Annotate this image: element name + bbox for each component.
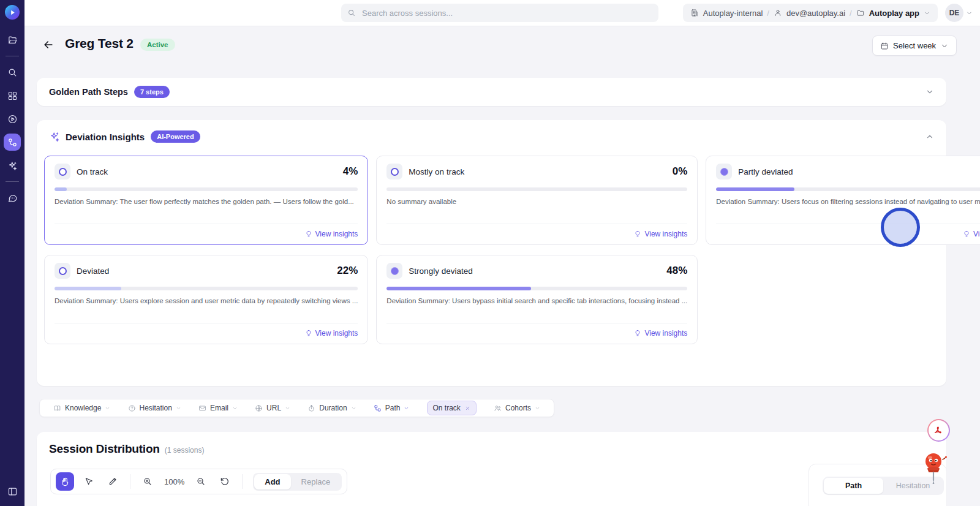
view-insights-button[interactable]: View insights [634,230,687,238]
rotate-ccw-icon [220,477,230,486]
deviation-card-deviated[interactable]: Deviated 22% Deviation Summary: Users ex… [44,255,368,344]
folder-icon [856,9,865,17]
select-week-label: Select week [893,41,936,50]
chevron-down-icon[interactable] [924,10,930,17]
search-input[interactable] [361,8,652,18]
card-percent: 0% [673,165,688,178]
users-icon [494,404,502,412]
active-filter-chip-on-track[interactable]: On track [427,401,477,415]
flows-nav-icon[interactable] [4,134,21,151]
card-summary: No summary available [386,198,687,205]
status-badge: Active [140,39,175,51]
category-dot-icon [55,263,70,279]
collapse-panel-icon[interactable] [4,483,21,500]
card-label: Mostly on track [409,167,464,176]
select-tool-button[interactable] [80,472,98,491]
deviation-card-on-track[interactable]: On track 4% Deviation Summary: The user … [44,156,368,245]
card-percent: 48% [666,265,687,277]
chevron-down-icon [351,406,356,411]
cursor-icon [84,477,94,486]
card-summary: Deviation Summary: Users explore session… [55,297,358,304]
card-label: Deviated [77,266,109,276]
filter-cohorts[interactable]: Cohorts [494,404,540,412]
filter-email[interactable]: Email [198,404,238,412]
deviation-card-partly-deviated[interactable]: Partly deviated 26% Deviation Summary: U… [706,156,980,245]
pan-tool-button[interactable] [56,472,74,491]
filter-path[interactable]: Path [374,404,410,412]
filter-knowledge[interactable]: Knowledge [53,404,110,412]
view-insights-button[interactable]: View insights [963,230,980,238]
breadcrumb-user[interactable]: dev@autoplay.ai [786,9,845,18]
card-summary: Deviation Summary: Users focus on filter… [716,198,980,205]
reset-view-button[interactable] [216,472,234,491]
card-label: Partly deviated [738,167,793,176]
category-dot-icon [386,263,402,279]
view-insights-button[interactable]: View insights [305,230,358,238]
zoom-in-button[interactable] [138,472,157,491]
pdf-export-button[interactable] [927,419,950,442]
sidebar [0,0,24,506]
card-summary: Deviation Summary: The user flow perfect… [55,198,358,205]
feedback-chat-icon[interactable] [4,189,21,206]
calendar-icon [880,42,889,50]
topbar: Autoplay-internal / dev@autoplay.ai / Au… [24,0,980,26]
deviation-card-strongly-deviated[interactable]: Strongly deviated 48% Deviation Summary:… [376,255,698,344]
ai-sparkles-icon[interactable] [4,157,21,174]
search-icon [347,9,356,17]
select-week-button[interactable]: Select week [872,36,957,56]
projects-folder-icon[interactable] [4,31,21,48]
deviation-card-mostly-on-track[interactable]: Mostly on track 0% No summary available … [376,156,698,245]
breadcrumb-org[interactable]: Autoplay-internal [703,9,763,18]
sidebar-divider [6,56,19,56]
filter-url[interactable]: URL [255,404,290,412]
view-insights-button[interactable]: View insights [634,329,687,338]
dashboard-grid-icon[interactable] [4,87,21,104]
chevron-down-icon [285,406,290,411]
breadcrumb-separator: / [850,9,852,18]
chevron-up-icon[interactable] [925,132,934,141]
sessions-play-icon[interactable] [4,110,21,127]
mail-icon [198,404,206,412]
mode-replace-button[interactable]: Replace [291,474,341,489]
chevron-down-icon [535,406,540,411]
view-insights-button[interactable]: View insights [305,329,358,338]
breadcrumb[interactable]: Autoplay-internal / dev@autoplay.ai / Au… [683,4,938,22]
filter-hesitation[interactable]: Hesitation [128,404,181,412]
selection-mode-segmented: Add Replace [253,473,342,491]
progress-track [55,287,358,290]
remove-filter-icon[interactable] [465,406,470,411]
mode-add-button[interactable]: Add [254,474,290,489]
ai-powered-badge: AI-Powered [151,130,200,143]
autoplay-logo-icon[interactable] [5,5,20,20]
steps-count-badge: 7 steps [134,86,170,98]
card-summary: Deviation Summary: Users bypass initial … [386,297,687,304]
global-search[interactable] [341,4,658,22]
breadcrumb-project[interactable]: Autoplay app [869,9,919,18]
draw-tool-button[interactable] [104,472,122,491]
lightbulb-icon [634,230,641,238]
category-dot-icon [55,164,70,179]
account-menu[interactable]: DE [945,4,973,22]
avatar[interactable]: DE [945,4,963,22]
progress-track [386,287,687,290]
filter-duration[interactable]: Duration [307,404,356,412]
progress-fill [55,187,67,191]
golden-path-title: Golden Path Steps [49,87,128,97]
chevron-down-icon [176,406,181,411]
back-button[interactable] [40,37,56,53]
toolbar-divider [130,474,130,489]
app-root: Autoplay-internal / dev@autoplay.ai / Au… [0,0,980,506]
card-label: Strongly deviated [409,266,472,276]
golden-path-section[interactable]: Golden Path Steps 7 steps [37,78,946,106]
zoom-out-button[interactable] [192,472,210,491]
topbar-right: Autoplay-internal / dev@autoplay.ai / Au… [683,4,973,22]
lightbulb-icon [963,230,970,238]
user-icon [774,9,782,17]
progress-fill [716,187,794,191]
chevron-down-icon [232,406,238,411]
search-nav-icon[interactable] [4,64,21,81]
tab-path[interactable]: Path [824,478,883,494]
hand-icon [60,477,70,486]
chevron-down-icon [966,10,973,17]
chevron-down-icon[interactable] [925,88,934,96]
